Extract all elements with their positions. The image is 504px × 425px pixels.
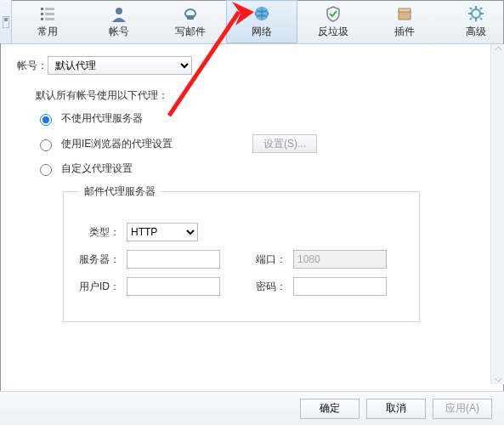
svg-rect-2	[41, 8, 43, 10]
radio-none[interactable]	[40, 114, 52, 126]
svg-rect-4	[41, 13, 43, 15]
tab-antispam[interactable]: 反垃圾	[297, 0, 369, 43]
apply-button[interactable]: 应用(A)	[433, 399, 492, 419]
svg-line-20	[470, 8, 472, 9]
tab-label: 高级	[466, 25, 486, 39]
svg-rect-5	[45, 13, 54, 15]
user-label: 用户ID：	[79, 280, 120, 294]
port-input[interactable]	[293, 250, 387, 269]
content-pane: 帐号： 默认代理 默认所有帐号使用以下代理： 不使用代理服务器 使用IE浏览器的…	[0, 44, 504, 384]
globe-icon	[252, 4, 271, 23]
tab-account[interactable]: 帐号	[83, 0, 155, 43]
tab-label: 写邮件	[175, 25, 206, 39]
svg-line-21	[480, 18, 482, 20]
tab-common[interactable]: 常用	[12, 0, 83, 43]
toolbar: 常用 帐号 写邮件 网络 反垃圾 插件 高级	[0, 0, 504, 44]
svg-rect-1	[4, 18, 8, 21]
proxy-group-title: 邮件代理服务器	[79, 184, 161, 199]
tab-label: 插件	[394, 25, 415, 39]
proxy-group: 邮件代理服务器 类型： HTTP 服务器： 端口： 用户ID： 密码：	[63, 184, 420, 322]
svg-rect-3	[45, 8, 54, 10]
radio-custom[interactable]	[40, 164, 52, 176]
save-icon	[3, 16, 9, 28]
toolbar-handle[interactable]	[0, 0, 12, 43]
tab-advanced[interactable]: 高级	[440, 0, 504, 43]
footer: 确定 取消 应用(A)	[0, 391, 504, 425]
proxy-description: 默认所有帐号使用以下代理：	[36, 88, 487, 103]
pass-input[interactable]	[293, 277, 387, 296]
user-icon	[110, 4, 128, 23]
proxy-type-select[interactable]: HTTP	[127, 223, 198, 241]
ie-settings-button[interactable]: 设置(S)...	[252, 134, 317, 153]
shield-icon	[324, 4, 343, 23]
tab-compose[interactable]: 写邮件	[155, 0, 226, 43]
svg-rect-10	[187, 15, 194, 20]
tab-plugin[interactable]: 插件	[369, 0, 440, 43]
type-label: 类型：	[79, 225, 120, 240]
account-label: 帐号：	[17, 59, 48, 73]
proxy-option-ie[interactable]: 使用IE浏览器的代理设置 设置(S)...	[36, 134, 487, 153]
compose-icon	[181, 4, 200, 23]
tab-label: 网络	[252, 25, 272, 39]
server-input[interactable]	[127, 250, 220, 269]
tab-label: 反垃圾	[318, 25, 348, 39]
list-icon	[38, 4, 57, 23]
box-icon	[395, 4, 414, 23]
proxy-option-none[interactable]: 不使用代理服务器	[36, 111, 487, 126]
option-label: 使用IE浏览器的代理设置	[61, 137, 173, 151]
port-label: 端口：	[251, 252, 286, 267]
server-label: 服务器：	[79, 252, 120, 267]
account-select[interactable]: 默认代理	[48, 56, 192, 75]
user-input[interactable]	[127, 277, 220, 296]
option-label: 自定义代理设置	[61, 162, 133, 176]
radio-ie[interactable]	[40, 139, 52, 151]
svg-point-8	[116, 8, 122, 14]
pass-label: 密码：	[251, 280, 286, 294]
svg-rect-7	[45, 18, 54, 20]
option-label: 不使用代理服务器	[61, 111, 143, 126]
proxy-option-custom[interactable]: 自定义代理设置	[36, 162, 487, 176]
gear-icon	[467, 4, 485, 23]
tab-network[interactable]: 网络	[226, 0, 297, 43]
svg-line-22	[480, 8, 482, 9]
svg-rect-14	[399, 8, 411, 12]
svg-point-15	[472, 9, 480, 18]
account-row: 帐号： 默认代理	[17, 56, 487, 75]
tab-label: 常用	[37, 25, 58, 39]
ok-button[interactable]: 确定	[300, 399, 360, 419]
cancel-button[interactable]: 取消	[366, 399, 426, 419]
svg-line-23	[470, 18, 472, 20]
svg-rect-6	[41, 18, 43, 20]
tab-label: 帐号	[109, 25, 129, 39]
